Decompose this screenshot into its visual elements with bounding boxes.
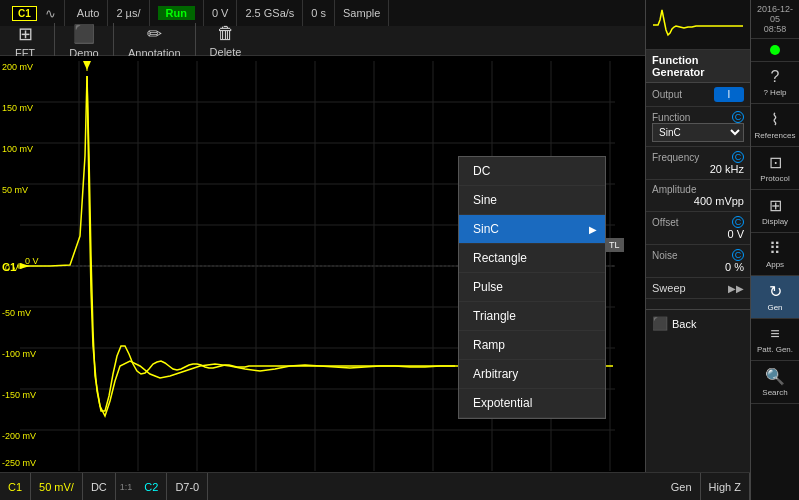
frequency-value: 20 kHz xyxy=(652,163,744,175)
apps-icon: ⠿ xyxy=(769,239,781,258)
function-dropdown-menu: DC Sine SinC ▶ Rectangle Pulse Triangle … xyxy=(458,156,606,419)
sweep-row[interactable]: Sweep ▶▶ xyxy=(646,278,750,299)
patt-gen-label: Patt. Gen. xyxy=(757,345,793,354)
waveform-preview xyxy=(646,0,750,50)
menu-item-dc[interactable]: DC xyxy=(459,157,605,186)
date-line2: 08:58 xyxy=(753,24,797,34)
sample-label-segment: Sample xyxy=(335,0,389,26)
function-c-icon: C xyxy=(732,111,744,123)
references-icon: ⌇ xyxy=(771,110,779,129)
back-icon: ⬛ xyxy=(652,316,668,331)
amplitude-row[interactable]: Amplitude 400 mVpp xyxy=(646,180,750,212)
menu-item-arbitrary[interactable]: Arbitrary xyxy=(459,360,605,389)
menu-item-triangle[interactable]: Triangle xyxy=(459,302,605,331)
protocol-button[interactable]: ⊡ Protocol xyxy=(751,147,799,190)
menu-item-sinc[interactable]: SinC ▶ xyxy=(459,215,605,244)
apps-button[interactable]: ⠿ Apps xyxy=(751,233,799,276)
menu-selected-arrow: ▶ xyxy=(589,224,597,235)
svg-text:-100 mV: -100 mV xyxy=(2,349,36,359)
demo-icon: ⬛ xyxy=(73,23,95,45)
frequency-label-row: Frequency C xyxy=(652,151,744,163)
far-right-sidebar: 2016-12-05 08:58 ? ? Help ⌇ References ⊡… xyxy=(750,0,799,500)
function-gen-title: Function Generator xyxy=(646,50,750,83)
svg-text:50 mV: 50 mV xyxy=(2,185,28,195)
output-label: Output I xyxy=(652,87,744,102)
annotation-icon: ✏ xyxy=(147,23,162,45)
preview-waveform xyxy=(648,5,748,45)
toolbar-sep-3 xyxy=(195,23,196,59)
ch2-label: C2 xyxy=(144,481,158,493)
function-row[interactable]: Function C SinC xyxy=(646,107,750,147)
offset-value: 0 V xyxy=(652,228,744,240)
noise-c-icon: C xyxy=(732,249,744,261)
toolbar-sep-2 xyxy=(113,23,114,59)
gen-bottom-label: Gen xyxy=(671,481,692,493)
sweep-label: Sweep xyxy=(652,282,686,294)
tl-badge: TL xyxy=(605,238,624,252)
svg-text:C1: C1 xyxy=(2,261,16,273)
amplitude-label: Amplitude xyxy=(652,184,744,195)
output-row: Output I xyxy=(646,83,750,107)
function-label-row: Function C xyxy=(652,111,744,123)
frequency-c-icon: C xyxy=(732,151,744,163)
offset-row[interactable]: Offset C 0 V xyxy=(646,212,750,245)
ratio-display: 1:1 xyxy=(116,482,137,492)
display-button[interactable]: ⊞ Display xyxy=(751,190,799,233)
function-select[interactable]: SinC xyxy=(652,123,744,142)
panel-spacer xyxy=(646,299,750,309)
ch1-scale-item[interactable]: 50 mV/ xyxy=(31,473,83,500)
back-label: Back xyxy=(672,318,696,330)
noise-label-row: Noise C xyxy=(652,249,744,261)
menu-item-sine[interactable]: Sine xyxy=(459,186,605,215)
menu-item-pulse[interactable]: Pulse xyxy=(459,273,605,302)
patt-gen-button[interactable]: ≡ Patt. Gen. xyxy=(751,319,799,361)
trig-mode-value: Auto xyxy=(77,7,100,19)
gen-icon: ↻ xyxy=(769,282,782,301)
references-label: References xyxy=(755,131,796,140)
time-offset-value: 0 s xyxy=(311,7,326,19)
patt-gen-icon: ≡ xyxy=(770,325,779,343)
highz-item: High Z xyxy=(701,473,750,500)
noise-value: 0 % xyxy=(652,261,744,273)
time-offset-segment: 0 s xyxy=(303,0,335,26)
svg-text:-150 mV: -150 mV xyxy=(2,390,36,400)
date-line1: 2016-12-05 xyxy=(753,4,797,24)
ch2-item[interactable]: C2 xyxy=(136,473,167,500)
sample-label: Sample xyxy=(343,7,380,19)
gen-bottom-item[interactable]: Gen xyxy=(663,473,701,500)
led-indicator-area xyxy=(751,39,799,62)
dc-item[interactable]: DC xyxy=(83,473,116,500)
frequency-row[interactable]: Frequency C 20 kHz xyxy=(646,147,750,180)
noise-row[interactable]: Noise C 0 % xyxy=(646,245,750,278)
datetime-display: 2016-12-05 08:58 xyxy=(751,0,799,39)
svg-text:200 mV: 200 mV xyxy=(2,62,33,72)
protocol-icon: ⊡ xyxy=(769,153,782,172)
ch1-bottom-label: C1 xyxy=(8,481,22,493)
search-button[interactable]: 🔍 Search xyxy=(751,361,799,404)
offset-value: 0 V xyxy=(212,7,229,19)
back-button[interactable]: ⬛ Back xyxy=(646,309,750,337)
help-button[interactable]: ? ? Help xyxy=(751,62,799,104)
gen-button[interactable]: ↻ Gen xyxy=(751,276,799,319)
amplitude-value: 400 mVpp xyxy=(652,195,744,207)
help-icon: ? xyxy=(771,68,780,86)
function-generator-panel: Function Generator Output I Function C S… xyxy=(645,0,750,500)
fft-icon: ⊞ xyxy=(18,23,33,45)
ch1-bottom-badge[interactable]: C1 xyxy=(0,473,31,500)
d7d0-label: D7-0 xyxy=(175,481,199,493)
display-label: Display xyxy=(762,217,788,226)
svg-text:-200 mV: -200 mV xyxy=(2,431,36,441)
protocol-label: Protocol xyxy=(760,174,789,183)
bottom-status-bar: C1 50 mV/ DC 1:1 C2 D7-0 Gen High Z xyxy=(0,472,750,500)
dc-label: DC xyxy=(91,481,107,493)
search-label: Search xyxy=(762,388,787,397)
output-toggle[interactable]: I xyxy=(714,87,744,102)
help-label: ? Help xyxy=(763,88,786,97)
display-icon: ⊞ xyxy=(769,196,782,215)
menu-item-expotential[interactable]: Expotential xyxy=(459,389,605,418)
d7d0-item[interactable]: D7-0 xyxy=(167,473,208,500)
svg-text:150 mV: 150 mV xyxy=(2,103,33,113)
menu-item-ramp[interactable]: Ramp xyxy=(459,331,605,360)
references-button[interactable]: ⌇ References xyxy=(751,104,799,147)
menu-item-rectangle[interactable]: Rectangle xyxy=(459,244,605,273)
